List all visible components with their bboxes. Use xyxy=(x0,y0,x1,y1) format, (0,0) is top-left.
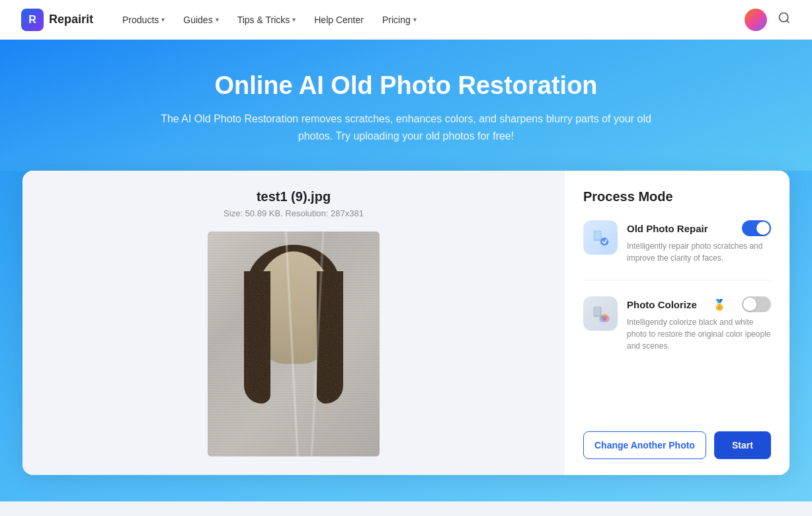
main-card: test1 (9).jpg Size: 50.89 KB. Resolution… xyxy=(22,171,790,475)
navbar: R Repairit Products ▾ Guides ▾ Tips & Tr… xyxy=(0,0,812,40)
repair-icon xyxy=(583,220,618,255)
mode-divider xyxy=(583,280,771,280)
chevron-down-icon: ▾ xyxy=(292,16,296,23)
mode-item-repair: Old Photo Repair Intelligently repair ph… xyxy=(583,220,771,264)
spacer xyxy=(583,368,771,421)
repair-name: Old Photo Repair xyxy=(627,223,708,234)
chevron-down-icon: ▾ xyxy=(413,16,417,23)
nav-links: Products ▾ Guides ▾ Tips & Tricks ▾ Help… xyxy=(114,9,745,30)
start-button[interactable]: Start xyxy=(714,431,771,459)
repair-toggle[interactable] xyxy=(742,220,771,236)
repair-info: Old Photo Repair Intelligently repair ph… xyxy=(627,220,771,264)
right-panel: Process Mode Old Photo Repair xyxy=(565,171,790,475)
chevron-down-icon: ▾ xyxy=(161,16,165,23)
repair-desc: Intelligently repair photo scratches and… xyxy=(627,240,771,264)
colorize-icon xyxy=(583,296,618,331)
nav-guides[interactable]: Guides ▾ xyxy=(175,9,226,30)
change-photo-button[interactable]: Change Another Photo xyxy=(583,431,706,459)
colorize-toggle[interactable] xyxy=(742,296,771,312)
svg-point-5 xyxy=(600,237,608,245)
nav-help[interactable]: Help Center xyxy=(306,9,372,30)
nav-right xyxy=(745,9,791,31)
toggle-knob xyxy=(756,222,770,235)
brand-name: Repairit xyxy=(49,13,93,26)
repair-header: Old Photo Repair xyxy=(627,220,771,236)
photo-grain-overlay xyxy=(208,232,380,456)
toggle-knob xyxy=(743,298,756,311)
svg-point-0 xyxy=(780,13,788,22)
file-name: test1 (9).jpg xyxy=(257,189,331,204)
mode-item-colorize: Photo Colorize 🏅 Intelligendy colorize b… xyxy=(583,296,771,352)
process-title: Process Mode xyxy=(583,189,771,204)
chevron-down-icon: ▾ xyxy=(216,16,219,23)
hero-section: Online AI Old Photo Restoration The AI O… xyxy=(0,40,812,171)
svg-point-11 xyxy=(603,316,610,323)
hero-subtitle: The AI Old Photo Restoration removes scr… xyxy=(155,110,657,144)
photo-frame xyxy=(208,232,380,456)
colorize-desc: Intelligendy colorize black and white ph… xyxy=(627,316,771,352)
main-section: test1 (9).jpg Size: 50.89 KB. Resolution… xyxy=(0,171,812,501)
left-panel: test1 (9).jpg Size: 50.89 KB. Resolution… xyxy=(22,171,565,475)
nav-products[interactable]: Products ▾ xyxy=(114,9,173,30)
colorize-badge: 🏅 xyxy=(713,298,726,311)
svg-line-1 xyxy=(787,21,790,23)
svg-rect-4 xyxy=(594,232,600,239)
search-icon[interactable] xyxy=(778,11,791,28)
colorize-header: Photo Colorize 🏅 xyxy=(627,296,771,312)
brand[interactable]: R Repairit xyxy=(21,9,93,31)
nav-pricing[interactable]: Pricing ▾ xyxy=(374,9,425,30)
hero-title: Online AI Old Photo Restoration xyxy=(13,71,799,100)
svg-rect-8 xyxy=(594,308,600,315)
colorize-name: Photo Colorize xyxy=(627,299,697,310)
nav-tips[interactable]: Tips & Tricks ▾ xyxy=(229,9,304,30)
avatar[interactable] xyxy=(745,9,767,31)
file-meta: Size: 50.89 KB. Resolution: 287x381 xyxy=(223,208,364,218)
photo-placeholder xyxy=(208,232,380,456)
brand-icon: R xyxy=(21,9,44,31)
action-row: Change Another Photo Start xyxy=(583,431,771,459)
colorize-info: Photo Colorize 🏅 Intelligendy colorize b… xyxy=(627,296,771,352)
